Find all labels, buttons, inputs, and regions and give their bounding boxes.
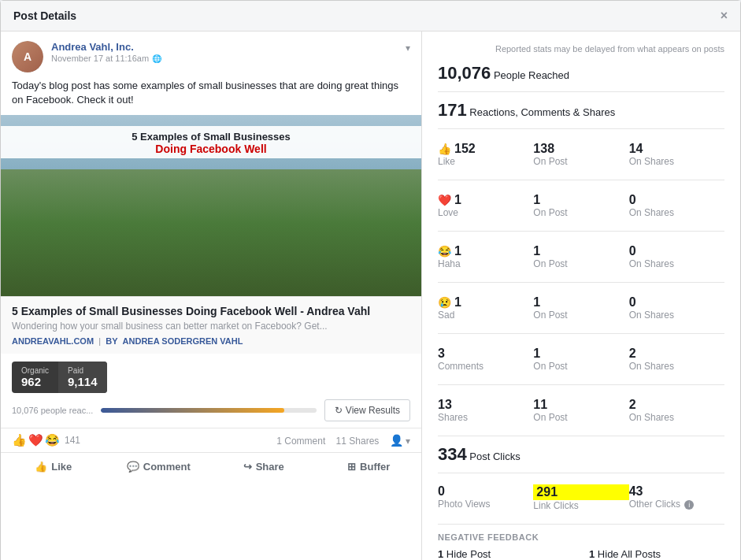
stat-label-5: Shares — [438, 412, 533, 423]
buffer-action-button[interactable]: ⊞ Buffer — [317, 454, 422, 479]
stats-panel: Reported stats may be delayed from what … — [422, 32, 740, 560]
neg-label-1: Hide All Posts — [598, 548, 661, 560]
on-shares-number-5: 2 — [629, 398, 724, 412]
post-author-name[interactable]: Andrea Vahl, Inc. — [51, 41, 161, 53]
stat-number-1: ❤️ 1 — [438, 193, 533, 207]
reach-bar — [101, 408, 317, 413]
row-divider-2 — [438, 282, 724, 283]
paid-label: Paid — [68, 366, 98, 375]
on-post-number-2: 1 — [533, 244, 628, 258]
on-shares-label-1: On Shares — [629, 207, 724, 218]
on-post-number-0: 138 — [533, 142, 628, 156]
stat-row-0: 👍 152 Like 138 On Post 14 On Shares — [438, 137, 724, 172]
stat-row-1: ❤️ 1 Love 1 On Post 0 On Shares — [438, 188, 724, 223]
reaction-icons: 👍 ❤️ 😂 141 — [12, 433, 80, 447]
reaction-stats: 1 Comment 11 Shares 👤 ▾ — [276, 434, 410, 447]
on-post-label-3: On Post — [533, 310, 628, 321]
stats-disclaimer: Reported stats may be delayed from what … — [438, 44, 724, 54]
tooltip-reach-area: Organic 962 Paid 9,114 — [1, 354, 421, 399]
click-cell-0: 0 Photo Views — [438, 481, 533, 514]
link-preview-title[interactable]: 5 Examples of Small Businesses Doing Fac… — [12, 305, 410, 317]
post-dropdown-icon[interactable]: ▾ — [406, 43, 410, 54]
buffer-action-label: Buffer — [360, 461, 390, 473]
reactions-label: Reactions, Comments & Shares — [469, 106, 615, 118]
post-image-bg: 5 Examples of Small Businesses Doing Fac… — [1, 115, 421, 296]
info-icon[interactable]: i — [684, 500, 694, 510]
post-details-modal: Post Details × A Andrea Vahl, Inc. Novem… — [0, 0, 741, 560]
share-action-label: Share — [256, 461, 284, 473]
comment-action-button[interactable]: 💬 Comment — [106, 454, 212, 479]
stat-label-0: Like — [438, 156, 533, 167]
love-reaction-icon: ❤️ — [28, 433, 43, 447]
caret-icon[interactable]: ▾ — [406, 436, 410, 447]
on-shares-number-1: 0 — [629, 193, 724, 207]
like-action-label: Like — [51, 461, 72, 473]
on-shares-number-4: 2 — [629, 347, 724, 361]
click-number-0: 0 — [438, 484, 533, 499]
like-reaction-icon: 👍 — [12, 433, 27, 447]
view-results-button[interactable]: ↻ View Results — [324, 399, 410, 421]
organic-label: Organic — [21, 366, 49, 375]
click-number-1: 291 — [533, 484, 628, 500]
stat-cell-on-post-2: 1 On Post — [533, 239, 628, 274]
post-text: Today's blog post has some examples of s… — [1, 79, 421, 115]
share-count: 11 Shares — [336, 436, 380, 447]
post-header: A Andrea Vahl, Inc. November 17 at 11:16… — [1, 32, 421, 79]
stat-cell-on-shares-4: 2 On Shares — [629, 342, 724, 376]
modal-title: Post Details — [13, 9, 76, 22]
stat-cell-reaction-2: 😂 1 Haha — [438, 239, 533, 274]
clicks-grid: 0 Photo Views 291 Link Clicks 43 Other C… — [438, 481, 724, 514]
share-action-icon: ↪ — [243, 461, 252, 473]
post-panel: A Andrea Vahl, Inc. November 17 at 11:16… — [1, 32, 422, 560]
stat-row-3: 😢 1 Sad 1 On Post 0 On Shares — [438, 291, 724, 325]
link-preview: 5 Examples of Small Businesses Doing Fac… — [1, 296, 421, 354]
stat-number-3: 😢 1 — [438, 295, 533, 310]
link-preview-desc: Wondering how your small business can be… — [12, 321, 410, 332]
negative-item-1: 1 Hide All Posts — [589, 548, 724, 560]
love-icon: ❤️ — [438, 194, 451, 206]
stat-number-4: 3 — [438, 347, 533, 361]
divider-3 — [438, 436, 724, 436]
image-title-line1: 5 Examples of Small Businesses — [9, 131, 413, 143]
post-reactions-row: 👍 ❤️ 😂 141 1 Comment 11 Shares 👤 ▾ — [1, 428, 421, 452]
haha-reaction-icon: 😂 — [45, 433, 60, 447]
modal-close-button[interactable]: × — [721, 9, 728, 23]
post-actions-row: 👍 Like 💬 Comment ↪ Share ⊞ Buffer — [1, 452, 421, 480]
negative-feedback-grid: 1 Hide Post1 Hide All Posts0 Report as S… — [438, 548, 724, 560]
stat-cell-on-post-0: 138 On Post — [533, 137, 628, 172]
tooltip-box: Organic 962 Paid 9,114 — [12, 362, 107, 393]
stat-cell-on-shares-0: 14 On Shares — [629, 137, 724, 172]
like-action-button[interactable]: 👍 Like — [1, 454, 106, 479]
negative-feedback-section: NEGATIVE FEEDBACK 1 Hide Post1 Hide All … — [438, 524, 724, 560]
comment-action-label: Comment — [143, 461, 191, 473]
divider-2 — [438, 128, 724, 129]
share-action-button[interactable]: ↪ Share — [211, 454, 317, 479]
post-clicks-number: 334 — [438, 444, 467, 464]
negative-item-0: 1 Hide Post — [438, 548, 573, 560]
click-label-2: Other Clicks i — [629, 499, 724, 510]
on-shares-label-5: On Shares — [629, 412, 724, 423]
click-cell-2: 43 Other Clicks i — [629, 481, 724, 514]
stat-number-0: 👍 152 — [438, 142, 533, 156]
people-reached-label: People Reached — [494, 69, 569, 81]
on-shares-label-0: On Shares — [629, 156, 724, 167]
avatar-small: 👤 — [390, 434, 403, 447]
divider-4 — [438, 473, 724, 473]
stat-row-5: 13 Shares 11 On Post 2 On Shares — [438, 393, 724, 428]
row-divider-0 — [438, 180, 724, 180]
stat-cell-on-shares-5: 2 On Shares — [629, 393, 724, 428]
stat-cell-reaction-0: 👍 152 Like — [438, 137, 533, 172]
globe-icon: 🌐 — [152, 54, 161, 63]
on-shares-label-4: On Shares — [629, 361, 724, 372]
stat-cell-on-shares-1: 0 On Shares — [629, 188, 724, 223]
reach-bar-row: 10,076 people reac... ↻ View Results — [1, 399, 421, 428]
people-reached-stat: 10,076 People Reached — [438, 63, 724, 83]
click-label-1: Link Clicks — [533, 500, 628, 511]
stat-cell-on-post-3: 1 On Post — [533, 291, 628, 325]
organic-value: 962 — [21, 375, 49, 388]
avatar: A — [12, 41, 43, 72]
reactions-stat: 171 Reactions, Comments & Shares — [438, 100, 724, 121]
people-reached-number: 10,076 — [438, 63, 491, 83]
post-clicks-section: 334 Post Clicks 0 Photo Views 291 Link C… — [438, 444, 724, 514]
source-author[interactable]: ANDREA SODERGREN VAHL — [123, 336, 243, 346]
